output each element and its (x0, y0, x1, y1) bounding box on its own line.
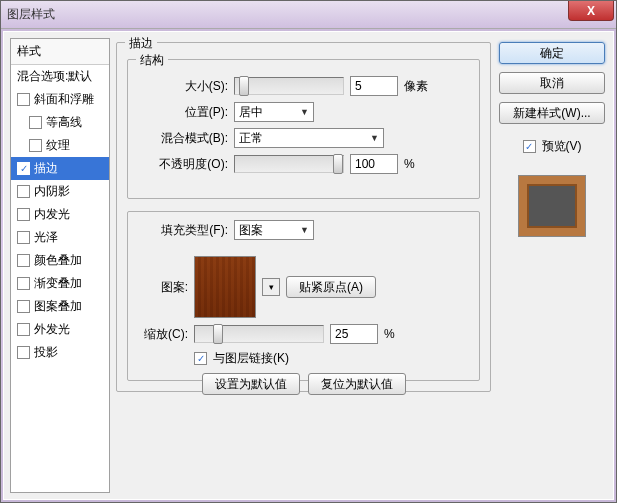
style-item-label: 斜面和浮雕 (34, 91, 94, 108)
scale-slider[interactable] (194, 325, 324, 343)
style-item-label: 等高线 (46, 114, 82, 131)
style-item-11[interactable]: 外发光 (11, 318, 109, 341)
new-style-button[interactable]: 新建样式(W)... (499, 102, 605, 124)
style-item-4[interactable]: ✓描边 (11, 157, 109, 180)
blend-select[interactable]: 正常 (234, 128, 384, 148)
slider-thumb[interactable] (239, 76, 249, 96)
style-item-label: 图案叠加 (34, 298, 82, 315)
style-item-3[interactable]: 纹理 (11, 134, 109, 157)
style-item-label: 混合选项:默认 (17, 68, 92, 85)
reset-default-button[interactable]: 复位为默认值 (308, 373, 406, 395)
style-item-2[interactable]: 等高线 (11, 111, 109, 134)
preview-swatch-inner (527, 184, 577, 228)
style-item-6[interactable]: 内发光 (11, 203, 109, 226)
slider-thumb[interactable] (213, 324, 223, 344)
size-slider[interactable] (234, 77, 344, 95)
set-default-button[interactable]: 设置为默认值 (202, 373, 300, 395)
link-layer-label: 与图层链接(K) (213, 350, 289, 367)
preview-label: 预览(V) (542, 138, 582, 155)
style-item-9[interactable]: 渐变叠加 (11, 272, 109, 295)
styles-list: 混合选项:默认斜面和浮雕等高线纹理✓描边内阴影内发光光泽颜色叠加渐变叠加图案叠加… (11, 65, 109, 492)
style-checkbox[interactable] (17, 254, 30, 267)
close-icon: X (587, 4, 595, 18)
fill-type-label: 填充类型(F): (138, 222, 228, 239)
style-checkbox[interactable] (17, 346, 30, 359)
pattern-dropdown-icon[interactable]: ▾ (262, 278, 280, 296)
stroke-group: 描边 结构 大小(S): 像素 位置(P): 居中 混合模式(B): (116, 42, 491, 392)
style-item-8[interactable]: 颜色叠加 (11, 249, 109, 272)
preview-swatch (518, 175, 586, 237)
style-item-1[interactable]: 斜面和浮雕 (11, 88, 109, 111)
options-panel: 描边 结构 大小(S): 像素 位置(P): 居中 混合模式(B): (116, 38, 491, 493)
blend-label: 混合模式(B): (138, 130, 228, 147)
style-checkbox[interactable] (17, 231, 30, 244)
slider-thumb[interactable] (333, 154, 343, 174)
fill-type-select[interactable]: 图案 (234, 220, 314, 240)
style-item-0[interactable]: 混合选项:默认 (11, 65, 109, 88)
style-checkbox[interactable] (17, 185, 30, 198)
size-label: 大小(S): (138, 78, 228, 95)
style-item-label: 纹理 (46, 137, 70, 154)
styles-header: 样式 (11, 39, 109, 65)
style-item-label: 描边 (34, 160, 58, 177)
ok-button[interactable]: 确定 (499, 42, 605, 64)
action-panel: 确定 取消 新建样式(W)... ✓ 预览(V) (497, 38, 607, 493)
fill-group: 填充类型(F): 图案 图案: ▾ 贴紧原点(A) 缩放(C): % (127, 211, 480, 381)
dialog-body: 样式 混合选项:默认斜面和浮雕等高线纹理✓描边内阴影内发光光泽颜色叠加渐变叠加图… (3, 31, 614, 500)
style-checkbox[interactable]: ✓ (17, 162, 30, 175)
style-item-label: 光泽 (34, 229, 58, 246)
size-input[interactable] (350, 76, 398, 96)
style-checkbox[interactable] (29, 139, 42, 152)
scale-label: 缩放(C): (138, 326, 188, 343)
opacity-slider[interactable] (234, 155, 344, 173)
opacity-label: 不透明度(O): (138, 156, 228, 173)
cancel-button[interactable]: 取消 (499, 72, 605, 94)
style-checkbox[interactable] (17, 300, 30, 313)
link-layer-checkbox[interactable]: ✓ (194, 352, 207, 365)
style-item-10[interactable]: 图案叠加 (11, 295, 109, 318)
style-checkbox[interactable] (17, 323, 30, 336)
scale-input[interactable] (330, 324, 378, 344)
position-label: 位置(P): (138, 104, 228, 121)
styles-panel: 样式 混合选项:默认斜面和浮雕等高线纹理✓描边内阴影内发光光泽颜色叠加渐变叠加图… (10, 38, 110, 493)
style-item-label: 颜色叠加 (34, 252, 82, 269)
structure-group: 结构 大小(S): 像素 位置(P): 居中 混合模式(B): 正常 (127, 59, 480, 199)
close-button[interactable]: X (568, 1, 614, 21)
style-item-12[interactable]: 投影 (11, 341, 109, 364)
pattern-preview[interactable] (194, 256, 256, 318)
pattern-label: 图案: (138, 279, 188, 296)
style-checkbox[interactable] (17, 93, 30, 106)
style-checkbox[interactable] (17, 277, 30, 290)
structure-group-title: 结构 (136, 52, 168, 69)
snap-origin-button[interactable]: 贴紧原点(A) (286, 276, 376, 298)
style-item-label: 渐变叠加 (34, 275, 82, 292)
size-unit: 像素 (404, 78, 428, 95)
style-item-label: 内发光 (34, 206, 70, 223)
window-title: 图层样式 (7, 6, 55, 23)
style-item-label: 外发光 (34, 321, 70, 338)
style-item-5[interactable]: 内阴影 (11, 180, 109, 203)
style-checkbox[interactable] (29, 116, 42, 129)
style-item-7[interactable]: 光泽 (11, 226, 109, 249)
stroke-group-title: 描边 (125, 35, 157, 52)
style-checkbox[interactable] (17, 208, 30, 221)
scale-unit: % (384, 327, 395, 341)
position-select[interactable]: 居中 (234, 102, 314, 122)
style-item-label: 内阴影 (34, 183, 70, 200)
preview-checkbox[interactable]: ✓ (523, 140, 536, 153)
titlebar[interactable]: 图层样式 X (1, 1, 616, 29)
opacity-input[interactable] (350, 154, 398, 174)
style-item-label: 投影 (34, 344, 58, 361)
opacity-unit: % (404, 157, 415, 171)
dialog-window: 图层样式 X 样式 混合选项:默认斜面和浮雕等高线纹理✓描边内阴影内发光光泽颜色… (0, 0, 617, 503)
